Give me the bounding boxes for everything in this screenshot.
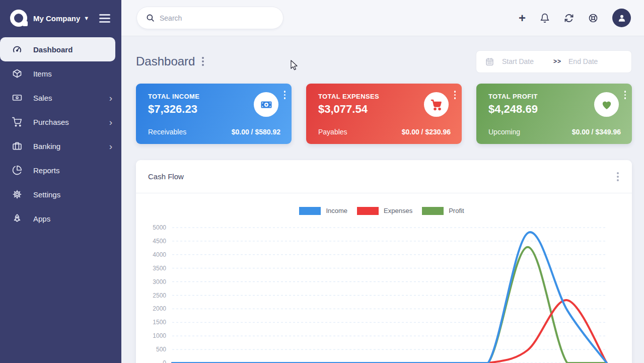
topbar: + <box>121 0 644 36</box>
sidebar-item-reports[interactable]: Reports <box>0 158 121 182</box>
sidebar-item-sales[interactable]: Sales › <box>0 86 121 110</box>
end-date-input[interactable] <box>568 57 613 65</box>
akaunting-logo-icon[interactable] <box>9 9 28 28</box>
money-bill-icon <box>260 99 272 111</box>
stat-footer-label: Receivables <box>148 128 186 136</box>
user-avatar[interactable] <box>612 9 631 27</box>
total-expenses-card: TOTAL EXPENSES $3,077.54 Payables $0.00 … <box>306 84 462 144</box>
cashflow-chart-svg: 0500100015002000250030003500400045005000 <box>136 222 632 363</box>
cube-icon <box>12 68 22 79</box>
date-range-picker[interactable]: >> <box>476 50 632 73</box>
chevron-right-icon: › <box>109 93 112 103</box>
sidebar-toggle-button[interactable] <box>97 12 112 25</box>
burger-line <box>99 21 110 23</box>
life-ring-icon[interactable] <box>588 13 598 23</box>
sidebar: My Company ▼ Dashboard Items Sales › Pur… <box>0 0 121 363</box>
stat-footer: Receivables $0.00 / $580.92 <box>148 128 280 136</box>
company-name: My Company <box>33 14 80 23</box>
series-income <box>172 232 607 363</box>
series-expenses <box>172 300 607 363</box>
cart-icon <box>12 117 22 127</box>
page-title-kebab-menu[interactable] <box>199 55 207 68</box>
sidebar-item-label: Dashboard <box>33 45 73 54</box>
chevron-down-icon: ▼ <box>84 15 89 21</box>
calendar-icon <box>485 57 494 66</box>
total-profit-card: TOTAL PROFIT $4,248.69 Upcoming $0.00 / … <box>476 84 632 144</box>
search-box <box>136 7 283 29</box>
cash-flow-title: Cash Flow <box>148 172 184 181</box>
user-icon <box>617 13 627 23</box>
chevron-right-icon: › <box>109 117 112 127</box>
heart-icon <box>601 99 613 111</box>
svg-text:5000: 5000 <box>153 224 166 231</box>
sidebar-item-dashboard[interactable]: Dashboard <box>0 37 115 61</box>
chevron-right-icon: › <box>109 141 112 151</box>
cash-flow-card: Cash Flow IncomeExpensesProfit 050010001… <box>136 160 632 363</box>
stat-icon-circle <box>594 92 619 117</box>
sidebar-item-label: Banking <box>33 142 60 151</box>
svg-text:4000: 4000 <box>153 251 166 258</box>
legend-label-expenses[interactable]: Expenses <box>384 207 412 214</box>
plus-icon[interactable]: + <box>519 13 526 23</box>
svg-text:3500: 3500 <box>153 265 166 272</box>
sidebar-item-label: Settings <box>33 190 60 199</box>
stat-icon-circle <box>254 92 278 117</box>
sidebar-item-label: Apps <box>33 214 50 223</box>
sidebar-item-label: Sales <box>33 94 52 102</box>
company-switcher[interactable]: My Company ▼ <box>33 14 89 23</box>
stat-card-kebab-menu[interactable] <box>451 89 459 101</box>
svg-text:1000: 1000 <box>153 332 166 339</box>
svg-text:2500: 2500 <box>153 292 166 299</box>
svg-text:4500: 4500 <box>153 238 166 245</box>
sidebar-item-purchases[interactable]: Purchases › <box>0 110 121 134</box>
gear-icon <box>12 189 22 199</box>
stat-card-kebab-menu[interactable] <box>621 89 629 101</box>
stat-footer-value: $0.00 / $580.92 <box>232 128 280 136</box>
refresh-icon[interactable] <box>564 13 574 23</box>
sidebar-item-apps[interactable]: Apps <box>0 206 121 231</box>
svg-text:2000: 2000 <box>153 305 166 312</box>
legend-swatch-expenses[interactable] <box>357 207 379 215</box>
svg-text:1500: 1500 <box>153 319 166 326</box>
total-income-card: TOTAL INCOME $7,326.23 Receivables $0.00… <box>136 84 292 144</box>
stat-footer-label: Payables <box>318 128 347 136</box>
stat-footer-label: Upcoming <box>488 128 520 136</box>
sidebar-item-items[interactable]: Items <box>0 61 121 86</box>
stat-cards-row: TOTAL INCOME $7,326.23 Receivables $0.00… <box>136 84 632 144</box>
cash-flow-kebab-menu[interactable] <box>614 170 622 183</box>
sidebar-item-label: Reports <box>33 166 60 175</box>
legend-swatch-income[interactable] <box>299 207 321 215</box>
money-bill-icon <box>12 93 22 103</box>
chart-legend: IncomeExpensesProfit <box>136 206 632 215</box>
cash-flow-header: Cash Flow <box>136 160 632 193</box>
page-header: Dashboard >> <box>136 49 632 74</box>
bell-icon[interactable] <box>540 13 550 23</box>
start-date-input[interactable] <box>502 57 546 65</box>
tachometer-icon <box>12 44 22 54</box>
burger-line <box>99 18 110 19</box>
main-content: Dashboard >> TOTAL INCOME $7,326.23 Rece… <box>121 36 644 363</box>
svg-text:500: 500 <box>156 346 166 353</box>
page-title: Dashboard <box>136 54 195 68</box>
series-profit <box>172 247 607 363</box>
pie-chart-icon <box>12 165 22 175</box>
sidebar-item-banking[interactable]: Banking › <box>0 134 121 158</box>
cash-flow-body: IncomeExpensesProfit 0500100015002000250… <box>136 193 632 363</box>
svg-text:3000: 3000 <box>153 278 166 285</box>
stat-footer: Upcoming $0.00 / $349.96 <box>488 128 621 136</box>
sidebar-item-settings[interactable]: Settings <box>0 182 121 206</box>
legend-swatch-profit[interactable] <box>422 207 444 215</box>
rocket-icon <box>12 213 22 224</box>
sidebar-item-label: Items <box>33 69 52 78</box>
stat-card-kebab-menu[interactable] <box>281 89 289 101</box>
legend-label-profit[interactable]: Profit <box>449 207 464 214</box>
svg-text:0: 0 <box>163 359 166 363</box>
search-icon <box>146 14 155 22</box>
search-input[interactable] <box>160 14 274 22</box>
sidebar-brand: My Company ▼ <box>0 0 121 36</box>
cart-icon <box>431 99 443 111</box>
date-separator: >> <box>553 58 561 65</box>
sidebar-menu: Dashboard Items Sales › Purchases › Bank… <box>0 36 121 231</box>
topbar-actions: + <box>519 9 631 27</box>
legend-label-income[interactable]: Income <box>326 207 347 214</box>
